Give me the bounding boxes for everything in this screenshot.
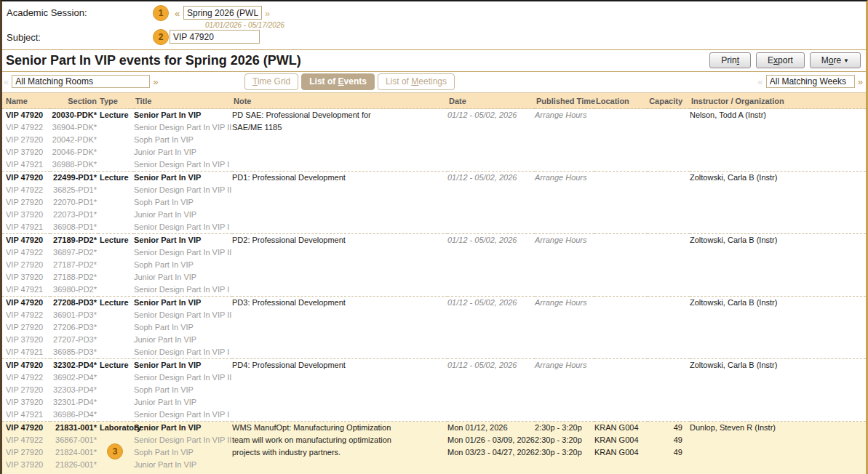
cell-name: VIP 47921 xyxy=(2,471,50,474)
weeks-next-icon[interactable]: » xyxy=(858,76,863,87)
cell-published-time: Arrange Hours xyxy=(535,109,594,172)
cell-title: Senior Design Part In VIP II xyxy=(134,371,232,384)
subject-input[interactable] xyxy=(170,30,260,44)
cell-published-time: 2:30p - 3:20p2:30p - 3:20p2:30p - 3:20p xyxy=(535,422,594,474)
meeting-location: KRAN G004 xyxy=(594,446,648,459)
session-prev-icon[interactable]: « xyxy=(175,8,180,19)
cell-type: Lecture xyxy=(98,172,134,185)
meeting-location: KRAN G004 xyxy=(594,422,648,434)
cell-instructor: Dunlop, Steven R (Instr) xyxy=(690,422,866,474)
col-header-note: Note xyxy=(232,93,447,109)
cell-capacity xyxy=(648,109,690,172)
col-header-title: Title xyxy=(134,93,232,109)
toolbar: Print Export More▼ xyxy=(709,52,861,68)
tab-list-of-meetings[interactable]: List of Meetings xyxy=(378,73,455,90)
cell-title: Senior Design Part In VIP I xyxy=(134,346,232,359)
event-row[interactable]: VIP 4792020030-PDK*LectureSenior Part In… xyxy=(2,109,866,122)
event-row[interactable]: VIP 4792027208-PD3*LectureSenior Part In… xyxy=(2,297,866,310)
cell-title: Senior Design Part In VIP II xyxy=(134,434,232,446)
cell-title: Junior Part In VIP xyxy=(134,459,232,471)
page-title: Senior Part In VIP events for Spring 202… xyxy=(6,53,301,68)
note-line: projects with industry partners. xyxy=(232,446,447,459)
event-group: VIP 4792020030-PDK*LectureSenior Part In… xyxy=(2,109,866,172)
cell-name: VIP 47922 xyxy=(2,184,50,196)
tab-time-grid[interactable]: Time Grid xyxy=(244,73,298,90)
cell-title: Junior Part In VIP xyxy=(134,271,232,284)
cell-name: VIP 37920 xyxy=(2,459,50,471)
academic-session-label: Academic Session: xyxy=(7,7,87,18)
cell-published-time: Arrange Hours xyxy=(535,234,594,297)
cell-title: Junior Part In VIP xyxy=(134,146,232,158)
meeting-capacity: 49 xyxy=(648,446,682,459)
cell-title: Senior Design Part In VIP I xyxy=(134,158,232,172)
cell-instructor: Zoltowski, Carla B (Instr) xyxy=(690,234,866,297)
cell-published-time: Arrange Hours xyxy=(535,359,594,422)
rooms-filter-input[interactable] xyxy=(12,75,150,88)
cell-type xyxy=(98,271,134,284)
rooms-prev-icon[interactable]: « xyxy=(4,76,9,87)
print-button[interactable]: Print xyxy=(709,52,751,68)
meeting-time: Arrange Hours xyxy=(535,172,594,184)
cell-date: 01/12 - 05/02, 2026 xyxy=(447,234,535,297)
cell-section: 22073-PD1* xyxy=(50,209,98,221)
cell-section: 22070-PD1* xyxy=(50,196,98,209)
rooms-next-icon[interactable]: » xyxy=(153,76,158,87)
note-line: PD3: Professional Development xyxy=(232,297,447,309)
session-input[interactable] xyxy=(183,6,262,20)
meeting-capacity: 49 xyxy=(648,434,682,446)
cell-section: 36955-001* xyxy=(50,471,98,474)
meeting-time: 2:30p - 3:20p xyxy=(535,446,594,459)
meeting-time: Arrange Hours xyxy=(535,297,594,309)
cell-section: 20042-PDK* xyxy=(50,134,98,146)
event-row[interactable]: VIP 4792032302-PD4*LectureSenior Part In… xyxy=(2,359,866,372)
instructor-name: Zoltowski, Carla B (Instr) xyxy=(690,359,866,371)
cell-type xyxy=(98,309,134,321)
cell-section: 36904-PDK* xyxy=(50,121,98,134)
session-next-icon[interactable]: » xyxy=(265,8,270,19)
cell-type xyxy=(98,121,134,134)
cell-name: VIP 27920 xyxy=(2,259,50,271)
rooms-filter: « » xyxy=(4,75,158,88)
cell-date: 01/12 - 05/02, 2026 xyxy=(447,297,535,359)
annotation-badge-3: 3 xyxy=(107,443,123,459)
weeks-filter: « » xyxy=(758,75,863,88)
cell-type: Laboratory xyxy=(98,422,134,435)
cell-type xyxy=(98,134,134,146)
weeks-filter-input[interactable] xyxy=(766,75,855,88)
export-button[interactable]: Export xyxy=(756,52,805,68)
cell-name: VIP 47920 xyxy=(2,422,50,435)
cell-name: VIP 47920 xyxy=(2,359,50,372)
note-line: PD1: Professional Development xyxy=(232,172,447,184)
cell-type xyxy=(98,284,134,297)
weeks-prev-icon[interactable]: « xyxy=(758,76,763,87)
meeting-time: 2:30p - 3:20p xyxy=(535,422,594,434)
cell-title: Soph Part In VIP xyxy=(134,196,232,209)
cell-type xyxy=(98,184,134,196)
event-group: VIP 4792027189-PD2*LectureSenior Part In… xyxy=(2,234,866,297)
cell-title: Senior Part In VIP xyxy=(134,359,232,372)
instructor-name: Zoltowski, Carla B (Instr) xyxy=(690,234,866,246)
cell-name: VIP 47921 xyxy=(2,158,50,172)
cell-title: Senior Part In VIP xyxy=(134,422,232,435)
cell-capacity xyxy=(648,234,690,297)
meeting-date: 01/12 - 05/02, 2026 xyxy=(447,234,535,246)
meeting-date: 01/12 - 05/02, 2026 xyxy=(447,297,535,309)
event-row[interactable]: VIP 4792022499-PD1*LectureSenior Part In… xyxy=(2,172,866,185)
cell-name: VIP 47920 xyxy=(2,172,50,185)
event-row[interactable]: VIP 4792027189-PD2*LectureSenior Part In… xyxy=(2,234,866,247)
tab-list-of-events[interactable]: List of Events xyxy=(301,73,375,90)
more-button[interactable]: More▼ xyxy=(810,52,861,68)
cell-name: VIP 47922 xyxy=(2,371,50,384)
cell-section: 36986-PD4* xyxy=(50,409,98,422)
cell-type xyxy=(98,221,134,234)
cell-capacity: 494949 xyxy=(648,422,690,474)
cell-type xyxy=(98,459,134,471)
event-row[interactable]: VIP 4792021831-001*LaboratorySenior Part… xyxy=(2,422,866,435)
cell-location xyxy=(594,297,648,359)
cell-section: 20046-PDK* xyxy=(50,146,98,158)
cell-capacity xyxy=(648,297,690,359)
cell-title: Junior Part In VIP xyxy=(134,396,232,409)
cell-section: 32303-PD4* xyxy=(50,384,98,396)
cell-type xyxy=(98,334,134,346)
cell-title: Senior Design Part In VIP I xyxy=(134,284,232,297)
